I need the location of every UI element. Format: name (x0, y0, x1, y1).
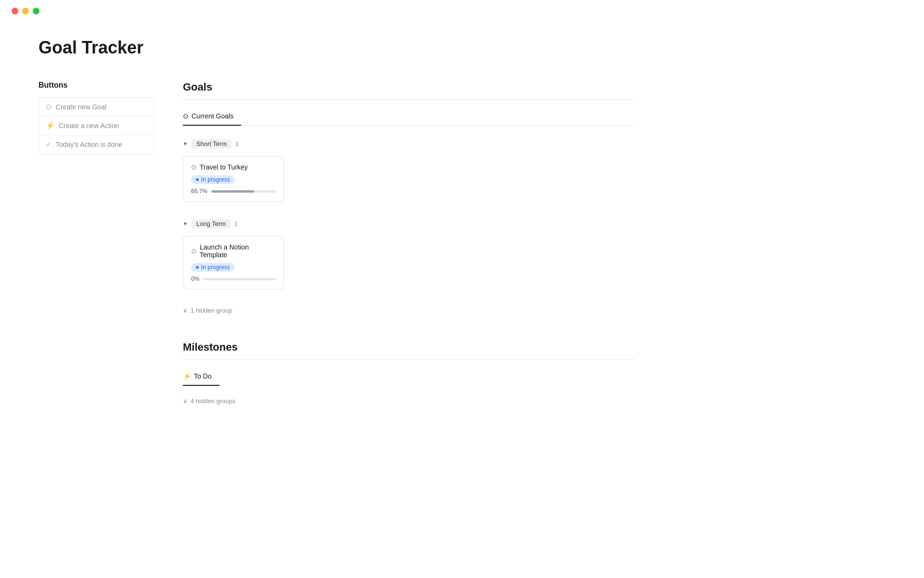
chevron-down-icon: ∨ (183, 307, 188, 314)
create-new-goal-button[interactable]: ⊙ Create new Goal (39, 98, 154, 117)
tab-to-do[interactable]: ⚡ To Do (183, 368, 219, 386)
goals-section: Goals ⊙ Current Goals ▼ Short Term 1 (183, 81, 635, 318)
travel-status-badge: In progress (191, 175, 235, 184)
notion-progress-row: 0% (191, 276, 276, 282)
milestones-divider (183, 359, 635, 360)
travel-to-turkey-card[interactable]: ⊙ Travel to Turkey In progress 66.7% (183, 156, 284, 202)
titlebar (0, 0, 924, 18)
short-term-count: 1 (235, 140, 239, 147)
travel-progress-label: 66.7% (191, 188, 207, 195)
goal-icon: ⊙ (46, 103, 52, 111)
todays-action-done-label: Today's Action is done (56, 141, 122, 148)
long-term-tag: Long Term (192, 219, 231, 228)
short-term-toggle[interactable]: ▼ (183, 141, 188, 146)
travel-goal-icon: ⊙ (191, 163, 197, 171)
page-title: Goal Tracker (38, 38, 635, 58)
maximize-button[interactable] (33, 8, 39, 14)
short-term-tag: Short Term (192, 139, 231, 148)
milestones-chevron-icon: ∨ (183, 397, 188, 405)
current-goals-label: Current Goals (192, 112, 233, 120)
notion-status-badge: In progress (191, 263, 235, 272)
goals-divider (183, 99, 635, 100)
minimize-button[interactable] (22, 8, 29, 14)
buttons-section-heading: Buttons (38, 81, 154, 90)
to-do-label: To Do (194, 372, 212, 380)
bolt-icon: ⚡ (183, 372, 191, 380)
goals-hidden-groups[interactable]: ∨ 1 hidden group (183, 303, 635, 318)
notion-template-title-row: ⊙ Launch a Notion Template (191, 243, 276, 259)
tab-current-goals[interactable]: ⊙ Current Goals (183, 107, 241, 126)
notion-status-label: In progress (201, 264, 230, 271)
notion-progress-label: 0% (191, 276, 199, 282)
create-new-action-label: Create a new Action (59, 122, 119, 130)
notion-template-title: Launch a Notion Template (200, 243, 276, 259)
action-icon: ⚡ (46, 121, 55, 130)
milestones-hidden-groups-label: 4 hidden groups (191, 397, 235, 405)
travel-progress-bar-fill (211, 190, 254, 193)
travel-to-turkey-title-row: ⊙ Travel to Turkey (191, 163, 276, 171)
travel-to-turkey-title: Travel to Turkey (200, 163, 248, 171)
milestones-section: Milestones ⚡ To Do ∨ 4 hidden groups (183, 341, 635, 408)
travel-progress-bar-bg (211, 190, 276, 193)
milestones-section-title: Milestones (183, 341, 635, 354)
goals-tabs: ⊙ Current Goals (183, 107, 635, 126)
short-term-group-header: ▼ Short Term 1 (183, 135, 635, 152)
travel-status-dot (196, 178, 199, 181)
close-button[interactable] (12, 8, 18, 14)
notion-goal-icon: ⊙ (191, 247, 197, 255)
todays-action-done-button[interactable]: ✓ Today's Action is done (39, 135, 154, 154)
goals-hidden-groups-label: 1 hidden group (191, 307, 232, 314)
done-icon: ✓ (46, 140, 52, 149)
travel-status-label: In progress (201, 176, 230, 183)
long-term-toggle[interactable]: ▼ (183, 221, 188, 226)
right-column: Goals ⊙ Current Goals ▼ Short Term 1 (183, 81, 635, 432)
notion-template-card[interactable]: ⊙ Launch a Notion Template In progress 0… (183, 236, 284, 289)
long-term-count: 1 (234, 220, 238, 227)
create-new-action-button[interactable]: ⚡ Create a new Action (39, 117, 154, 135)
goals-section-title: Goals (183, 81, 635, 93)
main-content: Goal Tracker Buttons ⊙ Create new Goal ⚡… (0, 18, 674, 451)
travel-progress-row: 66.7% (191, 188, 276, 195)
current-goals-icon: ⊙ (183, 112, 189, 120)
long-term-group-header: ▼ Long Term 1 (183, 215, 635, 232)
milestones-hidden-groups[interactable]: ∨ 4 hidden groups (183, 394, 635, 408)
notion-progress-bar-bg (203, 278, 276, 280)
left-column: Buttons ⊙ Create new Goal ⚡ Create a new… (38, 81, 154, 154)
create-new-goal-label: Create new Goal (56, 103, 106, 111)
button-list: ⊙ Create new Goal ⚡ Create a new Action … (38, 97, 154, 154)
notion-status-dot (196, 266, 199, 269)
two-column-layout: Buttons ⊙ Create new Goal ⚡ Create a new… (38, 81, 635, 432)
